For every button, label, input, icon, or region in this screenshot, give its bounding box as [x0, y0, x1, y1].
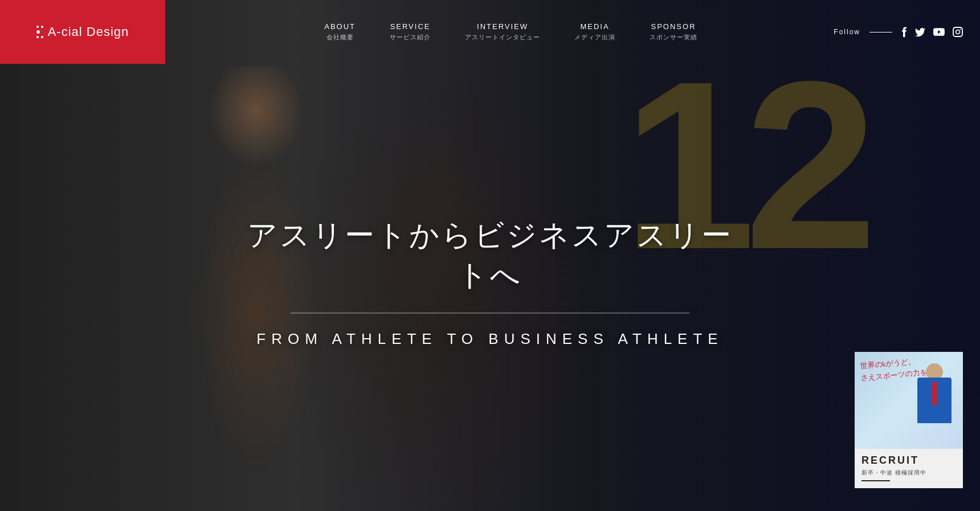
nav-about-ja: 会社概要 — [326, 33, 354, 42]
logo-box[interactable]: A-cial Design — [0, 0, 165, 64]
nav-service[interactable]: SERVICE サービス紹介 — [390, 22, 431, 42]
logo-dot-5 — [41, 36, 43, 38]
logo-dots-icon — [36, 26, 43, 38]
logo-dot-4 — [36, 36, 39, 38]
recruit-subtitle: 新卒・中途 積極採用中 — [861, 469, 956, 477]
recruit-card-bottom: RECRUIT 新卒・中途 積極採用中 — [855, 449, 963, 488]
recruit-card-image: 世界のkがうど。 さえスポーツの力を — [855, 352, 963, 449]
nav-interview-en: INTERVIEW — [477, 22, 528, 31]
recruit-line — [861, 480, 890, 481]
svg-point-2 — [960, 29, 961, 30]
nav-sponsor[interactable]: SPONSOR スポンサー実績 — [650, 22, 697, 42]
hero-ja-text: アスリートからビジネスアスリートへ — [234, 216, 746, 295]
hero-divider — [291, 313, 689, 313]
logo-dot-3 — [36, 30, 40, 34]
instagram-icon[interactable] — [953, 27, 963, 37]
nav-sponsor-en: SPONSOR — [651, 22, 696, 31]
page-wrapper: 12 A-cial — [0, 0, 980, 511]
nav-interview[interactable]: INTERVIEW アスリートインタビュー — [465, 22, 540, 42]
nav-interview-ja: アスリートインタビュー — [465, 33, 540, 42]
nav-media[interactable]: MEDIA メディア出演 — [574, 22, 615, 42]
hero-content: アスリートからビジネスアスリートへ FROM ATHLETE TO BUSINE… — [234, 216, 746, 348]
header-right: Follow — [834, 27, 980, 37]
nav-media-ja: メディア出演 — [574, 33, 615, 42]
svg-rect-0 — [953, 27, 962, 36]
logo-dot-2 — [41, 26, 43, 28]
twitter-icon[interactable] — [915, 28, 925, 36]
logo-text: A-cial Design — [48, 25, 129, 39]
header: A-cial Design ABOUT 会社概要 SERVICE サービス紹介 … — [0, 0, 980, 64]
logo-dot-1 — [36, 26, 39, 28]
recruit-person-tie — [932, 382, 937, 405]
follow-label: Follow — [834, 28, 860, 36]
nav-about-en: ABOUT — [324, 22, 356, 31]
nav-about[interactable]: ABOUT 会社概要 — [324, 22, 356, 42]
nav-service-ja: サービス紹介 — [390, 33, 431, 42]
social-icons — [901, 27, 963, 37]
recruit-title: RECRUIT — [861, 455, 956, 467]
recruit-person-figure — [912, 358, 957, 449]
main-nav: ABOUT 会社概要 SERVICE サービス紹介 INTERVIEW アスリー… — [165, 22, 834, 42]
recruit-card[interactable]: 世界のkがうど。 さえスポーツの力を RECRUIT 新卒・中途 積極採用中 — [855, 352, 963, 488]
youtube-icon[interactable] — [933, 28, 945, 36]
nav-sponsor-ja: スポンサー実績 — [650, 33, 697, 42]
svg-point-1 — [956, 30, 960, 34]
nav-media-en: MEDIA — [580, 22, 609, 31]
facebook-icon[interactable] — [901, 27, 907, 37]
logo-inner: A-cial Design — [36, 25, 129, 39]
hero-en-text: FROM ATHLETE TO BUSINESS ATHLETE — [234, 330, 746, 348]
recruit-person-body — [917, 378, 952, 423]
nav-service-en: SERVICE — [390, 22, 431, 31]
follow-line — [869, 32, 892, 33]
